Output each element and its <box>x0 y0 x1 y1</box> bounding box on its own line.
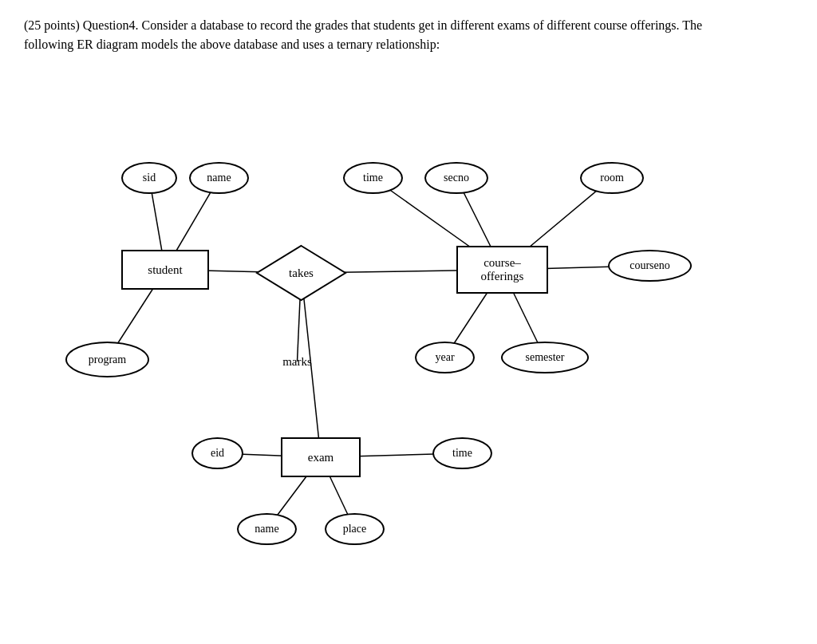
attribute-secno: secno <box>424 162 488 194</box>
attribute-year: year <box>415 342 475 373</box>
relationship-takes: takes <box>255 244 347 302</box>
attribute-semester: semester <box>501 342 589 373</box>
attribute-room: room <box>580 162 644 194</box>
attribute-courseno: courseno <box>608 250 692 282</box>
attribute-name-exam: name <box>237 513 297 545</box>
diagram-lines <box>49 78 768 541</box>
attribute-name-student: name <box>189 162 249 194</box>
attribute-sid: sid <box>121 162 177 194</box>
attribute-time-exam: time <box>432 437 492 469</box>
attribute-marks: marks <box>263 342 331 381</box>
attribute-program: program <box>65 342 149 377</box>
entity-exam: exam <box>281 437 361 477</box>
entity-course-offerings: course– offerings <box>456 246 548 294</box>
attribute-place: place <box>325 513 385 545</box>
attribute-eid: eid <box>191 437 243 469</box>
attribute-time-course: time <box>343 162 403 194</box>
question-text: (25 points) Question4. Consider a databa… <box>24 16 742 54</box>
entity-student: student <box>121 250 209 290</box>
er-diagram: student course– offerings exam takes sid… <box>49 78 768 541</box>
